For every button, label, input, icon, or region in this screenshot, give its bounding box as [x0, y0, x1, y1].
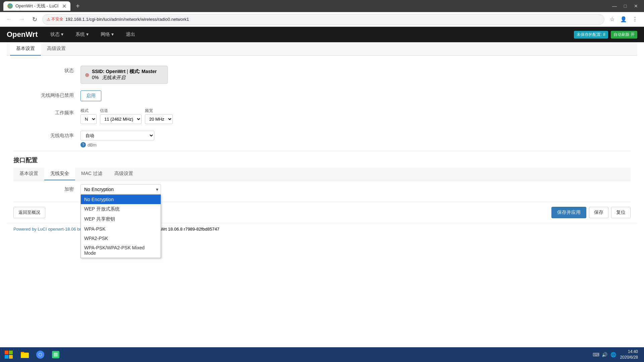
tab-basic-settings[interactable]: 基本设置	[10, 42, 41, 56]
bookmark-button[interactable]: ☆	[607, 14, 617, 24]
back-button[interactable]: ←	[4, 14, 14, 24]
section-content: 状态 ⊗ SSID: OpenWrt | 模式: Master 0%	[7, 62, 637, 223]
dropdown-item-no-encryption[interactable]: No Encryption	[81, 195, 161, 204]
status-percent: 0%	[92, 75, 99, 80]
explorer-icon	[20, 350, 30, 359]
status-icon: ⊗	[85, 72, 89, 78]
dbm-hint: ? dBm	[80, 142, 631, 147]
nav-network[interactable]: 网络 ▾	[98, 30, 116, 39]
power-control: 自动 ? dBm	[80, 131, 631, 147]
app-icon	[51, 350, 60, 359]
address-bar: ← → ↻ ⚠ 不安全 192.168.1.1/cgi-bin/luci/adm…	[0, 12, 644, 27]
nav-logout[interactable]: 退出	[123, 30, 138, 39]
taskbar-item-app[interactable]	[48, 349, 63, 361]
browser-tab[interactable]: 🌐 OpenWrt - 无线 - LuCI ✕	[3, 1, 70, 11]
power-select[interactable]: 自动	[80, 131, 154, 140]
dropdown-item-wpa-mixed[interactable]: WPA-PSK/WPA2-PSK Mixed Mode	[81, 243, 161, 258]
work-freq-row: 工作频率 模式 N 信道	[13, 105, 631, 127]
subtab-advanced[interactable]: 高级设置	[108, 168, 139, 180]
refresh-button[interactable]: ↻	[30, 14, 40, 24]
keyboard-tray-icon[interactable]: ⌨	[592, 351, 600, 359]
mode-label: 模式	[80, 108, 97, 114]
bandwidth-select[interactable]: 20 MHz	[145, 114, 173, 124]
new-tab-button[interactable]: +	[73, 2, 83, 10]
menu-button[interactable]: ⋮	[630, 14, 640, 24]
start-button[interactable]	[1, 348, 16, 361]
mode-group: 模式 N	[80, 108, 97, 124]
work-freq-control: 模式 N 信道 11 (2462 MHz)	[80, 108, 631, 124]
nav-status[interactable]: 状态 ▾	[48, 30, 66, 39]
maximize-button[interactable]: □	[621, 2, 630, 10]
windows-logo-icon	[4, 350, 13, 359]
status-ssid: SSID: OpenWrt	[92, 69, 125, 74]
minimize-button[interactable]: —	[610, 2, 619, 10]
nav-right: 未保存的配置: 8 自动刷新 开	[574, 31, 637, 39]
taskbar-right: ⌨ 🔊 🌐 14:40 2020/6/28	[589, 349, 643, 360]
status-label: 状态	[13, 66, 80, 74]
svg-rect-5	[21, 353, 29, 358]
svg-point-9	[39, 353, 42, 356]
taskbar: ⌨ 🔊 🌐 14:40 2020/6/28	[0, 347, 644, 362]
wireless-enable-control: 启用	[80, 90, 631, 101]
wireless-disabled-label: 无线网络已禁用	[13, 90, 80, 99]
wireless-disabled-row: 无线网络已禁用 启用	[13, 87, 631, 105]
encryption-label: 加密	[13, 184, 80, 192]
dropdown-item-wpa2-psk[interactable]: WPA2-PSK	[81, 234, 161, 243]
green-app-icon	[51, 350, 60, 359]
taskbar-item-explorer[interactable]	[17, 349, 32, 361]
tab-advanced-settings[interactable]: 高级设置	[41, 42, 72, 56]
toolbar-right: ☆ 👤 ⋮	[607, 14, 640, 24]
close-button[interactable]: ✕	[631, 2, 641, 10]
volume-tray-icon[interactable]: 🔊	[601, 351, 609, 359]
browser-frame: 🌐 OpenWrt - 无线 - LuCI ✕ + — □ ✕ ← → ↻ ⚠ …	[0, 0, 644, 362]
chrome-logo-icon	[36, 350, 45, 359]
subtab-mac-filter[interactable]: MAC 过滤	[75, 168, 108, 180]
save-apply-button[interactable]: 保存并应用	[551, 207, 586, 218]
reset-button[interactable]: 复位	[611, 207, 631, 218]
save-button[interactable]: 保存	[589, 207, 608, 218]
folder-icon	[20, 350, 30, 359]
main-content: 基本设置 高级设置 状态 ⊗ SSID: OpenWrt | 模式: Maste…	[0, 42, 644, 242]
top-tabs: 基本设置 高级设置	[7, 42, 637, 56]
encryption-select[interactable]: No Encryption	[80, 184, 161, 194]
time-display[interactable]: 14:40 2020/6/28	[618, 349, 640, 360]
tab-close-button[interactable]: ✕	[62, 3, 66, 9]
window-controls: — □ ✕	[610, 2, 641, 10]
warning-icon: ⚠	[47, 17, 50, 22]
taskbar-item-chrome[interactable]	[33, 349, 48, 361]
nav-system[interactable]: 系统 ▾	[73, 30, 91, 39]
power-row: 无线电功率 自动 ? dBm	[13, 127, 631, 151]
footer-actions: 保存并应用 保存 复位	[551, 207, 631, 218]
bandwidth-label: 频宽	[145, 108, 173, 114]
freq-selects: 模式 N 信道 11 (2462 MHz)	[80, 108, 631, 124]
unsaved-badge[interactable]: 未保存的配置: 8	[574, 31, 608, 39]
svg-rect-0	[5, 351, 8, 354]
dropdown-item-wep-open[interactable]: WEP 开放式系统	[81, 204, 161, 214]
title-bar: 🌐 OpenWrt - 无线 - LuCI ✕ + — □ ✕	[0, 0, 644, 12]
openwrt-navbar: OpenWrt 状态 ▾ 系统 ▾ 网络 ▾ 退出 未保存的配置: 8 自动刷新…	[0, 27, 644, 42]
taskbar-items	[16, 349, 589, 361]
account-button[interactable]: 👤	[619, 14, 629, 24]
channel-label: 信道	[100, 108, 142, 114]
subtab-basic[interactable]: 基本设置	[13, 168, 44, 180]
forward-button[interactable]: →	[17, 14, 27, 24]
status-control: ⊗ SSID: OpenWrt | 模式: Master 0% 无线未开启	[80, 66, 631, 84]
autorefresh-badge[interactable]: 自动刷新 开	[611, 31, 637, 39]
channel-select[interactable]: 11 (2462 MHz)	[100, 114, 142, 124]
clock-time: 14:40	[620, 349, 638, 355]
dropdown-item-wep-shared[interactable]: WEP 共享密钥	[81, 214, 161, 224]
status-ssid-mode: SSID: OpenWrt | 模式: Master	[92, 69, 157, 75]
mode-select[interactable]: N	[80, 114, 97, 124]
svg-rect-3	[9, 355, 13, 359]
subtab-wireless-security[interactable]: 无线安全	[44, 168, 75, 180]
url-text: 192.168.1.1/cgi-bin/luci/admin/network/w…	[65, 17, 600, 22]
dbm-unit: dBm	[88, 142, 97, 147]
url-bar[interactable]: ⚠ 不安全 192.168.1.1/cgi-bin/luci/admin/net…	[42, 14, 604, 25]
back-to-overview-button[interactable]: 返回至概况	[13, 207, 45, 218]
enable-button[interactable]: 启用	[80, 90, 101, 101]
dropdown-item-wpa-psk[interactable]: WPA-PSK	[81, 224, 161, 234]
network-tray-icon[interactable]: 🌐	[609, 351, 618, 359]
work-freq-label: 工作频率	[13, 108, 80, 116]
status-box: ⊗ SSID: OpenWrt | 模式: Master 0% 无线未开启	[80, 66, 168, 84]
info-icon[interactable]: ?	[80, 142, 86, 147]
